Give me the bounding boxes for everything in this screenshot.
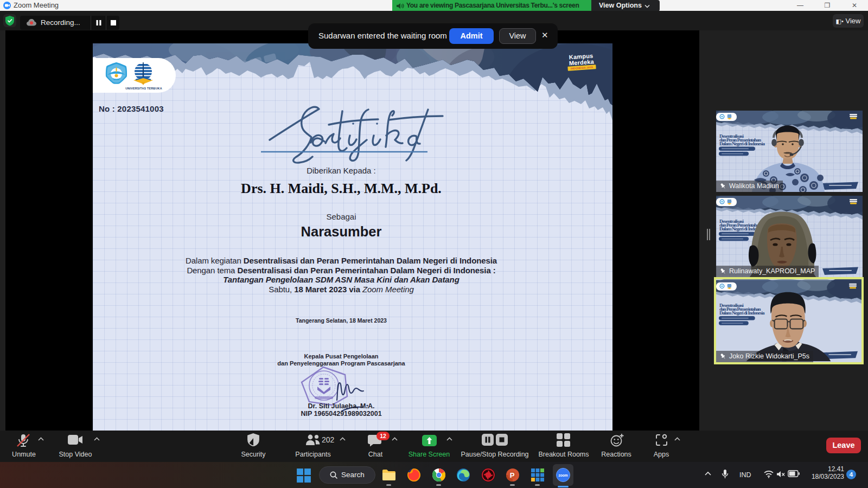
svg-text:zoom: zoom <box>558 473 567 477</box>
svg-text:P: P <box>510 471 515 479</box>
svg-text:UNIVERSITAS TERBUKA: UNIVERSITAS TERBUKA <box>125 87 162 90</box>
